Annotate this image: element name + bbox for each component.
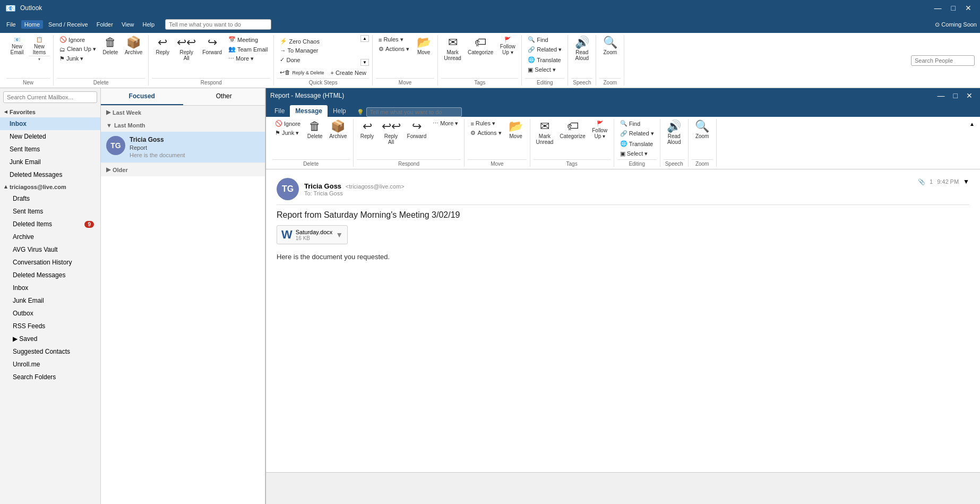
email-group-older[interactable]: ▶ Older xyxy=(101,163,265,176)
tab-focused[interactable]: Focused xyxy=(101,88,183,105)
sidebar-item-drafts[interactable]: Drafts xyxy=(0,192,100,205)
ignore-button[interactable]: 🚫 Ignore xyxy=(57,35,99,44)
qs-create-new[interactable]: + Create New xyxy=(328,68,369,77)
msg-reply-all-btn[interactable]: ↩↩ Reply All xyxy=(379,119,403,147)
msg-find-btn[interactable]: 🔍 Find xyxy=(617,119,643,128)
sidebar-item-junk[interactable]: Junk Email xyxy=(0,156,100,168)
msg-delete-btn[interactable]: 🗑 Delete xyxy=(304,119,325,141)
reply-button[interactable]: ↩ Reply xyxy=(152,35,173,57)
msg-rules-btn[interactable]: ≡ Rules ▾ xyxy=(468,119,504,128)
tab-folder[interactable]: Folder xyxy=(93,20,116,29)
actions-button[interactable]: ⚙ Actions ▾ xyxy=(376,45,412,54)
move-button[interactable]: 📂 Move xyxy=(413,35,434,57)
msg-tab-help[interactable]: Help xyxy=(328,105,351,117)
msg-follow-up-btn[interactable]: 🚩 Follow Up ▾ xyxy=(589,119,611,140)
msg-actions-btn[interactable]: ⚙ Actions ▾ xyxy=(468,129,504,138)
attachment-item[interactable]: W Saturday.docx 16 KB ▼ xyxy=(277,225,348,244)
meeting-button[interactable]: 📅 Meeting xyxy=(226,35,270,44)
sidebar-item-deleted-msgs[interactable]: Deleted Messages xyxy=(0,168,100,181)
msg-forward-btn[interactable]: ↪ Forward xyxy=(405,119,429,141)
sidebar-item-outbox[interactable]: Outbox xyxy=(0,307,100,320)
msg-close-btn[interactable]: ✕ xyxy=(963,90,976,101)
team-email-button[interactable]: 👥 Team Email xyxy=(226,45,270,54)
sidebar-item-unrollme[interactable]: Unroll.me xyxy=(0,358,100,371)
close-button[interactable]: ✕ xyxy=(962,3,975,13)
sidebar-item-junk-sub[interactable]: Junk Email xyxy=(0,294,100,307)
categorize-button[interactable]: 🏷 Categorize xyxy=(465,35,496,57)
minimize-button[interactable]: — xyxy=(931,3,945,13)
attachment-menu-btn[interactable]: ▼ xyxy=(336,230,343,239)
tab-view[interactable]: View xyxy=(118,20,137,29)
msg-tab-message[interactable]: Message xyxy=(290,105,328,117)
related-button[interactable]: 🔗 Related ▾ xyxy=(525,45,564,54)
msg-categorize-btn[interactable]: 🏷 Categorize xyxy=(557,119,588,141)
msg-reply-btn[interactable]: ↩ Reply xyxy=(357,119,378,141)
sidebar-item-saved[interactable]: ▶ Saved xyxy=(0,332,100,345)
msg-expand-btn[interactable]: ▼ xyxy=(963,178,969,185)
forward-button[interactable]: ↪ Forward xyxy=(200,35,225,57)
tab-file[interactable]: File xyxy=(3,20,19,29)
msg-zoom-btn[interactable]: 🔍 Zoom xyxy=(692,119,713,141)
msg-translate-btn[interactable]: 🌐 Translate xyxy=(617,139,656,148)
people-search-input[interactable] xyxy=(911,55,975,66)
sidebar-item-rss[interactable]: RSS Feeds xyxy=(0,320,100,332)
sidebar-item-suggested[interactable]: Suggested Contacts xyxy=(0,345,100,358)
select-button[interactable]: ▣ Select ▾ xyxy=(525,65,558,74)
sidebar-item-search-folders[interactable]: Search Folders xyxy=(0,371,100,383)
ribbon-collapse-btn[interactable]: ▲ xyxy=(969,121,975,127)
new-email-button[interactable]: 📧 New Email xyxy=(6,35,28,56)
tab-send-receive[interactable]: Send / Receive xyxy=(45,20,91,29)
msg-mark-unread-btn[interactable]: ✉ Mark Unread xyxy=(534,119,556,147)
tab-help[interactable]: Help xyxy=(140,20,158,29)
maximize-button[interactable]: □ xyxy=(948,3,959,13)
sidebar-item-sent-items[interactable]: Sent Items xyxy=(0,205,100,218)
tab-home[interactable]: Home xyxy=(21,20,43,29)
sidebar-item-conv-history[interactable]: Conversation History xyxy=(0,256,100,269)
email-group-last-week[interactable]: ▶ Last Week xyxy=(101,106,265,119)
new-items-button[interactable]: 📋 New Items xyxy=(29,35,50,56)
account-header[interactable]: ▴ triciagoss@live.com xyxy=(0,181,100,192)
reply-all-button[interactable]: ↩↩ Reply All xyxy=(174,35,199,63)
zoom-button[interactable]: 🔍 Zoom xyxy=(599,35,621,57)
sidebar-item-deleted-messages[interactable]: Deleted Messages xyxy=(0,269,100,281)
junk-button[interactable]: ⚑ Junk ▾ xyxy=(57,54,99,63)
find-button[interactable]: 🔍 Find xyxy=(525,35,551,44)
translate-button[interactable]: 🌐 Translate xyxy=(525,55,563,64)
msg-minimize-btn[interactable]: — xyxy=(934,90,948,101)
follow-up-button[interactable]: 🚩 Follow Up ▾ xyxy=(497,35,518,56)
sidebar-search-input[interactable] xyxy=(3,91,97,103)
qs-reply-delete[interactable]: ↩🗑 Reply & Delete xyxy=(277,68,326,77)
more-respond-button[interactable]: ⋯ More ▾ xyxy=(226,54,270,63)
email-item-tricia[interactable]: TG Tricia Goss Report Here is the docume… xyxy=(101,132,265,163)
msg-ignore-btn[interactable]: 🚫 Ignore xyxy=(272,119,303,128)
new-items-dropdown[interactable]: ▾ xyxy=(29,56,50,62)
sidebar-item-inbox-sub[interactable]: Inbox xyxy=(0,281,100,294)
qs-scroll-up[interactable]: ▲ xyxy=(360,35,369,42)
sidebar-item-inbox[interactable]: Inbox xyxy=(0,117,100,130)
tab-other[interactable]: Other xyxy=(183,88,265,105)
msg-junk-btn[interactable]: ⚑ Junk ▾ xyxy=(272,129,303,138)
delete-button[interactable]: 🗑 Delete xyxy=(100,35,121,57)
msg-related-btn[interactable]: 🔗 Related ▾ xyxy=(617,129,657,138)
sidebar-item-deleted-items[interactable]: Deleted Items 9 xyxy=(0,218,100,230)
msg-select-btn[interactable]: ▣ Select ▾ xyxy=(617,149,651,158)
sidebar-item-new-deleted[interactable]: New Deleted xyxy=(0,130,100,143)
read-aloud-button[interactable]: 🔊 Read Aloud xyxy=(571,35,592,63)
msg-archive-btn[interactable]: 📦 Archive xyxy=(326,119,349,141)
msg-tab-file[interactable]: File xyxy=(269,105,290,117)
archive-button[interactable]: 📦 Archive xyxy=(122,35,145,57)
email-group-last-month[interactable]: ▼ Last Month xyxy=(101,119,265,132)
qs-done[interactable]: ✓ Done xyxy=(277,55,359,64)
msg-tell-me-input[interactable] xyxy=(366,107,462,117)
msg-maximize-btn[interactable]: □ xyxy=(950,90,961,101)
sidebar-item-avg[interactable]: AVG Virus Vault xyxy=(0,243,100,256)
clean-up-button[interactable]: 🗂 Clean Up ▾ xyxy=(57,45,99,54)
qs-zero-chaos[interactable]: ⚡ Zero Chaos xyxy=(277,37,359,46)
rules-button[interactable]: ≡ Rules ▾ xyxy=(376,35,412,44)
mark-unread-button[interactable]: ✉ Mark Unread xyxy=(441,35,464,63)
favorites-header[interactable]: ◂ Favorites xyxy=(0,106,100,117)
msg-read-aloud-btn[interactable]: 🔊 Read Aloud xyxy=(664,119,685,147)
search-input[interactable] xyxy=(165,19,271,30)
msg-move-btn[interactable]: 📂 Move xyxy=(505,119,527,141)
sidebar-item-sent[interactable]: Sent Items xyxy=(0,143,100,156)
